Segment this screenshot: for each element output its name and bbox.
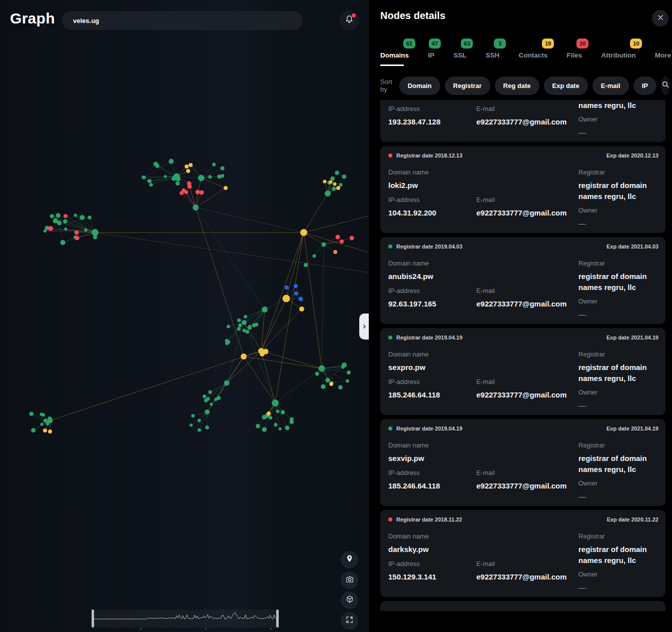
card-field: E-maile9227333777@gmail.com [476,378,567,400]
domain-card[interactable]: IP-address193.238.47.128E-maile922733377… [380,100,665,142]
tab-domains[interactable]: 61Domains [380,40,409,60]
exp-date: Exp date 2020.12.13 [606,152,658,158]
sort-pill-domain[interactable]: Domain [399,76,440,95]
card-field: Domain nameanubis24.pw [388,260,433,282]
card-header: Registrar date 2019.04.19 [388,334,462,340]
graph-search-bar[interactable] [62,11,303,30]
card-field: E-maile9227333777@gmail.com [476,196,567,218]
sort-pill-exp-date[interactable]: Exp date [544,76,588,95]
field-label: Owner [578,570,597,578]
search-input[interactable] [62,17,303,24]
tab-files[interactable]: 20Files [567,40,582,60]
card-field: Domain nameloki2.pw [388,168,429,191]
tab-label: IP [428,52,434,59]
domain-card[interactable]: Registrar date 2019.04.19Exp date 2021.0… [380,419,665,506]
timeline-range[interactable] [92,610,279,628]
location-icon [345,554,354,565]
tab-more[interactable]: More [655,40,671,60]
card-field: IP-address185.246.64.118 [388,378,440,400]
panel-collapse-button[interactable] [359,314,369,340]
domain-card[interactable]: Registrar date 2018.11.22Exp date 2020.1… [380,510,665,597]
card-field: Owner— [578,298,597,320]
list-search-button[interactable] [661,76,670,95]
sort-pill-e-mail[interactable]: E-mail [592,76,629,95]
exp-date: Exp date 2021.04.03 [606,244,658,250]
field-value: — [578,218,597,229]
timeline-sparkline [92,610,279,628]
tab-count-badge: 10 [630,38,642,48]
timeline-handle-left[interactable] [92,610,94,628]
field-label: Domain name [388,260,433,268]
field-label: IP-address [388,105,440,113]
snapshot-button[interactable] [341,572,358,589]
timeline-handle-right[interactable] [276,610,279,628]
domain-card-list: IP-address193.238.47.128E-maile922733377… [380,100,665,611]
field-value: registrar of domain names regru, llc [578,100,659,111]
tab-attribution[interactable]: 10Attribution [601,40,635,60]
card-field: Domain namedarksky.pw [388,532,429,555]
status-dot [388,518,392,522]
tab-ip[interactable]: 47IP [428,40,434,60]
close-panel-button[interactable] [652,10,668,26]
domain-card[interactable] [380,601,665,611]
tab-count-badge: 3 [494,38,506,48]
card-field: Registrarregistrar of domain names regru… [578,260,659,293]
card-field: IP-address193.238.47.128 [388,105,440,128]
exp-date: Exp date 2020.11.22 [607,516,658,522]
sort-pill-registrar[interactable]: Registrar [445,76,490,95]
field-label: IP-address [388,196,436,204]
tab-label: Attribution [601,52,635,59]
notifications-button[interactable] [339,10,359,30]
status-dot [388,154,392,158]
geo-view-button[interactable] [341,551,358,568]
sort-pill-ip[interactable]: IP [633,76,656,95]
field-value: sexpro.pw [388,362,429,373]
3d-view-button[interactable] [341,592,358,609]
card-field: E-maile9227333777@gmail.com [476,560,567,582]
fullscreen-button[interactable] [341,612,358,630]
field-value: e9227333777@gmail.com [476,298,567,310]
field-label: Registrar [578,260,659,268]
field-value: registrar of domain names regru, llc [578,362,659,384]
tab-count-badge: 19 [542,38,554,48]
details-tabs: 61Domains47IP63SSL3SSH19Contacts20Files1… [380,40,671,60]
exp-date: Exp date 2021.04.19 [606,334,658,340]
card-field: Registrarregistrar of domain names regru… [578,532,659,566]
field-value: darksky.pw [388,544,429,555]
card-field: Domain namesexpro.pw [388,350,429,373]
sort-pill-reg-date[interactable]: Reg date [495,76,539,95]
card-field: Domain namesexvip.pw [388,442,429,464]
graph-canvas[interactable]: Graph [0,0,369,632]
panel-title: Nodes details [380,10,445,22]
tab-ssl[interactable]: 63SSL [453,40,466,60]
domain-card[interactable]: Registrar date 2019.04.19Exp date 2021.0… [380,328,665,415]
app-root: Graph [0,0,672,632]
field-value: 92.63.197.165 [388,298,436,310]
field-value: — [578,309,597,320]
chevron-right-icon [362,322,367,331]
card-field: E-maile9227333777@gmail.com [476,105,567,128]
card-header: Registrar date 2018.11.22 [388,516,462,522]
status-dot [388,244,392,248]
cube-icon [345,595,354,606]
card-field: IP-address104.31.92.200 [388,196,436,218]
card-field: Owner— [578,570,597,593]
field-label: Owner [578,480,597,488]
tab-ssh[interactable]: 3SSH [486,40,500,60]
domain-card[interactable]: Registrar date 2018.12.13Exp date 2020.1… [380,146,665,233]
field-label: Owner [578,298,597,306]
registrar-date: Registrar date 2018.11.22 [396,516,462,522]
field-value: 104.31.92.200 [388,208,436,218]
field-label: E-mail [476,378,567,386]
tab-contacts[interactable]: 19Contacts [519,40,548,60]
card-field: E-maile9227333777@gmail.com [476,287,567,310]
field-value: e9227333777@gmail.com [476,480,567,492]
card-header: Registrar date 2018.12.13 [388,152,462,158]
field-value: e9227333777@gmail.com [476,572,567,582]
field-label: Registrar [578,168,659,176]
domain-card[interactable]: Registrar date 2019.04.03Exp date 2021.0… [380,237,665,324]
field-value: sexvip.pw [388,453,429,464]
network-graph[interactable] [0,0,369,632]
field-label: E-mail [476,560,567,568]
registrar-date: Registrar date 2018.12.13 [396,152,462,158]
